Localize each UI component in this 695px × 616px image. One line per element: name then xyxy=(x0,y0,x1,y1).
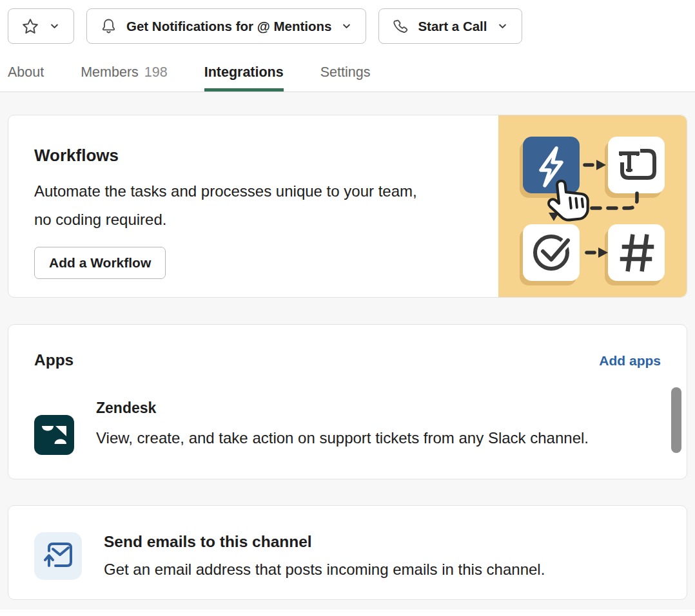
apps-card-header: Apps Add apps xyxy=(34,351,661,370)
workflow-channel-tile xyxy=(608,224,665,281)
apps-card: Apps Add apps Zendesk View, create, a xyxy=(8,324,687,479)
start-call-button[interactable]: Start a Call xyxy=(378,8,522,44)
apps-list-viewport: Zendesk View, create, and take action on… xyxy=(34,399,661,459)
star-icon xyxy=(21,17,39,35)
channel-toolbar: Get Notifications for @ Mentions Start a… xyxy=(0,0,695,44)
apps-list-scrollbar[interactable] xyxy=(671,387,681,453)
zendesk-logo xyxy=(34,415,74,455)
workflow-trigger-tile xyxy=(523,137,580,193)
chevron-down-icon xyxy=(48,20,61,32)
notifications-button[interactable]: Get Notifications for @ Mentions xyxy=(86,8,366,44)
chevron-down-icon xyxy=(496,20,509,32)
bell-icon xyxy=(100,17,117,35)
tab-members-label: Members xyxy=(81,64,139,80)
tab-about-label: About xyxy=(8,64,44,80)
incoming-email-icon xyxy=(44,542,72,570)
star-channel-button[interactable] xyxy=(8,8,74,44)
send-emails-title: Send emails to this channel xyxy=(104,532,545,552)
app-item-text: Zendesk View, create, and take action on… xyxy=(96,399,589,455)
tab-integrations-label: Integrations xyxy=(204,64,284,80)
tab-about[interactable]: About xyxy=(8,64,44,91)
chevron-down-icon xyxy=(340,20,353,32)
add-workflow-button[interactable]: Add a Workflow xyxy=(34,247,166,279)
phone-icon xyxy=(392,18,409,35)
channel-detail-tabs: About Members198 Integrations Settings xyxy=(0,64,695,92)
workflow-approve-tile xyxy=(523,224,580,281)
workflows-description: Automate the tasks and processes unique … xyxy=(34,177,434,234)
tab-members-count: 198 xyxy=(144,64,168,80)
email-icon-tile xyxy=(34,532,82,580)
tab-integrations[interactable]: Integrations xyxy=(204,64,284,91)
workflows-card: Workflows Automate the tasks and process… xyxy=(8,115,687,298)
tab-members[interactable]: Members198 xyxy=(81,64,167,91)
send-emails-text: Send emails to this channel Get an email… xyxy=(104,529,545,599)
start-call-button-label: Start a Call xyxy=(418,19,487,34)
send-emails-card[interactable]: Send emails to this channel Get an email… xyxy=(8,505,687,600)
app-name: Zendesk xyxy=(96,399,589,416)
apps-title: Apps xyxy=(34,351,73,370)
tab-settings-label: Settings xyxy=(320,64,371,80)
notifications-button-label: Get Notifications for @ Mentions xyxy=(126,19,331,34)
send-emails-description: Get an email address that posts incoming… xyxy=(104,557,545,582)
integrations-panel: Workflows Automate the tasks and process… xyxy=(0,92,695,610)
app-list-item-zendesk[interactable]: Zendesk View, create, and take action on… xyxy=(34,399,661,455)
app-description: View, create, and take action on support… xyxy=(96,425,589,451)
add-apps-link[interactable]: Add apps xyxy=(599,353,661,369)
workflow-illustration xyxy=(498,115,687,297)
tab-settings[interactable]: Settings xyxy=(320,64,371,91)
